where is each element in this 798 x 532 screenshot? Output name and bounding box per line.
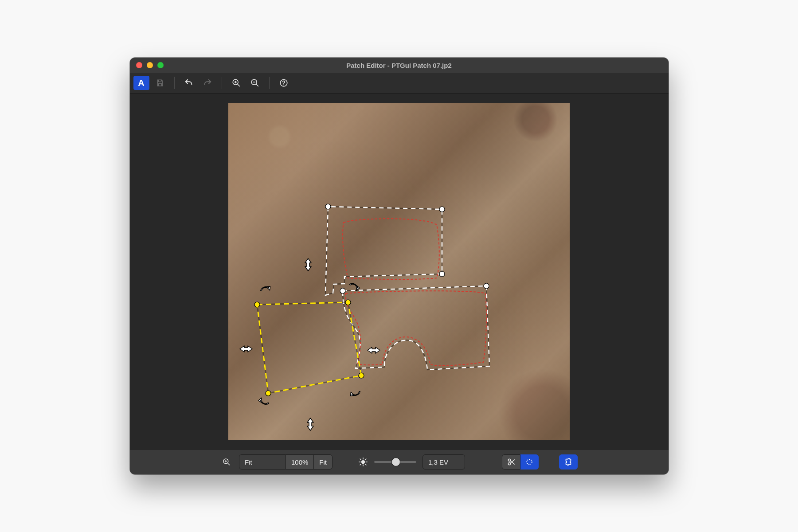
svg-point-26 bbox=[361, 460, 365, 464]
exposure-slider[interactable] bbox=[374, 455, 416, 469]
traffic-lights bbox=[130, 62, 164, 68]
red-lasso bbox=[343, 219, 486, 365]
help-button[interactable] bbox=[276, 76, 292, 90]
help-icon bbox=[279, 78, 289, 88]
toolbar-separator bbox=[222, 77, 222, 89]
svg-line-5 bbox=[256, 84, 258, 86]
svg-point-18 bbox=[254, 302, 260, 307]
svg-line-32 bbox=[365, 464, 366, 465]
zoom-in-button[interactable] bbox=[228, 76, 244, 90]
svg-line-23 bbox=[227, 463, 229, 465]
scissors-tool-button[interactable] bbox=[502, 454, 520, 469]
svg-line-33 bbox=[360, 464, 361, 465]
move-horizontal-icon[interactable] bbox=[368, 347, 380, 353]
svg-line-31 bbox=[360, 459, 361, 460]
titlebar: Patch Editor - PTGui Patch 07.jp2 bbox=[130, 58, 669, 73]
redo-button[interactable] bbox=[200, 76, 215, 90]
zoom-in-icon bbox=[231, 78, 241, 88]
save-button[interactable] bbox=[152, 76, 168, 90]
undo-button[interactable] bbox=[181, 76, 197, 90]
svg-line-34 bbox=[365, 459, 366, 460]
scissors-icon bbox=[507, 458, 516, 466]
zoom-level-input[interactable]: Fit bbox=[239, 454, 286, 469]
auto-mode-button[interactable]: A bbox=[133, 76, 149, 90]
close-window-button[interactable] bbox=[136, 62, 142, 68]
gear-dotted-icon bbox=[525, 458, 534, 466]
toolbar-separator bbox=[269, 77, 270, 89]
rotate-icon[interactable] bbox=[258, 397, 270, 406]
brightness-icon bbox=[358, 457, 368, 467]
svg-marker-16 bbox=[257, 302, 361, 393]
tool-group-b bbox=[559, 454, 578, 469]
zoom-fit-button[interactable]: Fit bbox=[314, 454, 332, 469]
svg-point-19 bbox=[345, 300, 351, 305]
move-vertical-icon[interactable] bbox=[307, 418, 313, 430]
puzzle-icon bbox=[563, 457, 573, 467]
patch-editor-window: Patch Editor - PTGui Patch 07.jp2 A bbox=[130, 58, 669, 474]
gear-tool-button[interactable] bbox=[520, 454, 539, 469]
shape-tool-button[interactable] bbox=[559, 454, 578, 469]
svg-point-8 bbox=[283, 84, 284, 85]
patch-shape-1[interactable] bbox=[325, 204, 489, 370]
zoom-out-button[interactable] bbox=[247, 76, 263, 90]
bottom-toolbar: Fit 100% Fit bbox=[130, 449, 669, 474]
patch-image[interactable] bbox=[228, 103, 570, 440]
window-title: Patch Editor - PTGui Patch 07.jp2 bbox=[130, 62, 669, 69]
minimize-window-button[interactable] bbox=[147, 62, 153, 68]
exposure-value-input[interactable]: 1,3 EV bbox=[422, 454, 465, 469]
save-icon bbox=[156, 78, 164, 87]
rotate-icon[interactable] bbox=[348, 282, 360, 291]
svg-point-20 bbox=[359, 373, 364, 378]
canvas-area[interactable] bbox=[130, 94, 669, 449]
toolbar-separator bbox=[174, 77, 175, 89]
redo-icon bbox=[203, 78, 212, 88]
svg-point-13 bbox=[439, 271, 445, 277]
letter-a-icon: A bbox=[138, 78, 144, 88]
slider-thumb[interactable] bbox=[391, 458, 400, 466]
svg-point-14 bbox=[340, 288, 345, 293]
zoom-group: Fit 100% Fit bbox=[239, 454, 332, 469]
svg-line-1 bbox=[237, 84, 239, 86]
tool-group-a bbox=[502, 454, 539, 469]
rotate-icon[interactable] bbox=[349, 389, 361, 397]
svg-point-39 bbox=[527, 459, 532, 465]
svg-marker-10 bbox=[325, 207, 442, 295]
zoom-in-icon bbox=[222, 458, 231, 466]
move-horizontal-icon[interactable] bbox=[240, 346, 252, 352]
svg-point-21 bbox=[266, 391, 271, 396]
zoom-out-icon bbox=[250, 78, 260, 88]
zoom-100-button[interactable]: 100% bbox=[286, 454, 314, 469]
svg-point-12 bbox=[439, 207, 445, 212]
patch-shape-selected[interactable] bbox=[254, 300, 364, 396]
svg-marker-9 bbox=[325, 207, 442, 295]
zoom-in-button-bottom[interactable] bbox=[220, 455, 233, 469]
rotate-icon[interactable] bbox=[260, 285, 271, 293]
top-toolbar: A bbox=[130, 73, 669, 94]
svg-point-11 bbox=[325, 204, 331, 209]
svg-point-15 bbox=[484, 283, 489, 289]
svg-marker-17 bbox=[257, 302, 361, 393]
fullscreen-window-button[interactable] bbox=[157, 62, 164, 68]
move-vertical-icon[interactable] bbox=[305, 258, 311, 271]
overlay-layer bbox=[228, 103, 570, 440]
undo-icon bbox=[184, 78, 194, 88]
